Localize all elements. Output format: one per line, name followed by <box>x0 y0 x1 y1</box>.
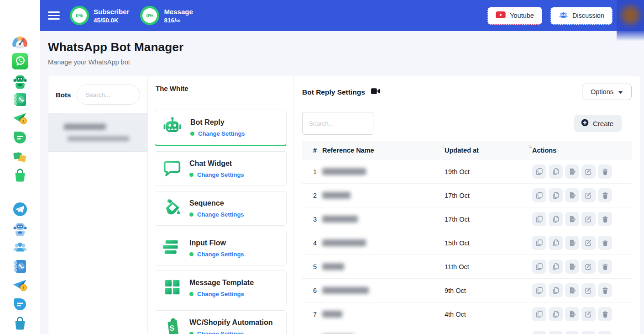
setting-card-chat-widget[interactable]: Chat Widget Change Settings <box>155 151 287 186</box>
create-button[interactable]: Create <box>574 115 622 132</box>
copy-icon[interactable] <box>532 164 546 179</box>
setting-card-bot-reply[interactable]: Bot Reply Change Settings <box>155 110 287 146</box>
svg-text:1: 1 <box>22 119 24 123</box>
change-settings-link[interactable]: Change Settings <box>198 130 245 137</box>
export-icon[interactable] <box>565 283 579 297</box>
dashboard-gauge-icon[interactable] <box>11 34 28 51</box>
copy-icon[interactable] <box>532 260 546 274</box>
duplicate-icon[interactable] <box>549 236 563 250</box>
export-icon[interactable] <box>565 212 579 226</box>
row-actions <box>532 212 632 226</box>
row-number: 2 <box>302 192 322 199</box>
copy-icon[interactable] <box>532 188 546 202</box>
updated-at-cell: 19th Oct <box>445 168 532 175</box>
trash-icon[interactable] <box>598 260 612 274</box>
updated-at-cell: 17th Oct <box>445 216 532 223</box>
reference-name-redacted <box>322 192 351 199</box>
duplicate-icon[interactable] <box>549 307 563 321</box>
subscriber-stat: 0% Subscriber 45/50.0K <box>70 6 129 25</box>
row-actions <box>532 236 632 250</box>
duplicate-icon[interactable] <box>549 212 563 226</box>
edit-icon[interactable] <box>581 283 596 297</box>
trash-icon[interactable] <box>598 236 612 250</box>
robot-icon <box>162 116 183 139</box>
video-camera-icon[interactable] <box>371 88 380 96</box>
sidebar-item-telegram-chat[interactable] <box>11 296 28 313</box>
edit-icon[interactable] <box>581 188 596 202</box>
replies-search-input[interactable] <box>302 112 373 135</box>
edit-icon[interactable] <box>581 212 596 226</box>
change-settings-link[interactable]: Change Settings <box>197 330 244 334</box>
youtube-button[interactable]: Youtube <box>487 7 542 25</box>
sidebar-item-whatsapp-bot[interactable] <box>11 72 28 89</box>
edit-icon[interactable] <box>581 236 596 250</box>
bots-search-input[interactable] <box>77 85 140 105</box>
copy-icon[interactable] <box>532 212 546 226</box>
options-dropdown-button[interactable]: Options <box>582 84 632 100</box>
sidebar-item-whatsapp-integrations[interactable] <box>11 148 28 165</box>
duplicate-icon[interactable] <box>549 188 563 202</box>
trash-icon[interactable] <box>598 331 612 334</box>
sidebar-item-telegram-contacts[interactable] <box>11 258 28 275</box>
setting-card-message-template[interactable]: Message Template Change Settings <box>155 270 287 305</box>
export-icon[interactable] <box>565 260 579 274</box>
sidebar-item-telegram-group[interactable] <box>11 239 28 256</box>
change-settings-link[interactable]: Change Settings <box>197 251 244 258</box>
reference-name-redacted <box>322 168 366 175</box>
setting-title: WC/Shopify Automation <box>189 318 273 327</box>
discussion-button[interactable]: Discussion <box>550 7 613 25</box>
sidebar-item-whatsapp-contacts[interactable] <box>11 91 28 108</box>
sidebar-item-whatsapp-shop[interactable] <box>11 167 28 184</box>
edit-icon[interactable] <box>581 260 596 274</box>
setting-card-wc-shopify[interactable]: S WC/Shopify Automation Change Settings <box>155 310 287 334</box>
edit-icon[interactable] <box>581 164 596 179</box>
bot-list-item-selected[interactable] <box>48 113 147 152</box>
setting-title: Sequence <box>189 199 244 207</box>
export-icon[interactable] <box>565 188 579 202</box>
sidebar-item-whatsapp-chat[interactable] <box>11 129 28 146</box>
trash-icon[interactable] <box>598 307 612 321</box>
sidebar-item-telegram-broadcast[interactable]: 1 <box>11 277 28 294</box>
setting-title: Message Template <box>189 279 254 287</box>
col-reference-name[interactable]: Reference Name ↑↓ <box>322 147 445 154</box>
menu-toggle-icon[interactable] <box>48 11 60 20</box>
trash-icon[interactable] <box>598 212 612 226</box>
setting-card-input-flow[interactable]: Input Flow Change Settings <box>155 231 287 265</box>
page-subtitle: Manage your WhatsApp bot <box>48 58 640 66</box>
duplicate-icon[interactable] <box>549 260 563 274</box>
table-row: 4 15th Oct <box>302 231 632 255</box>
export-icon[interactable] <box>565 307 579 321</box>
col-updated-at[interactable]: Updated at ↑↓ <box>445 147 532 154</box>
duplicate-icon[interactable] <box>549 331 563 334</box>
copy-icon[interactable] <box>532 307 546 321</box>
sidebar-item-whatsapp-broadcast[interactable]: 1 <box>11 110 28 127</box>
sidebar-item-telegram-shop[interactable] <box>11 315 28 332</box>
sort-icon-active[interactable]: ↑↓ <box>529 143 532 149</box>
avatar[interactable] <box>621 6 639 24</box>
copy-icon[interactable] <box>532 283 546 297</box>
copy-icon[interactable] <box>532 236 546 250</box>
sidebar-item-telegram[interactable] <box>11 201 28 217</box>
profile-menu[interactable] <box>617 0 644 41</box>
edit-icon[interactable] <box>581 307 596 321</box>
trash-icon[interactable] <box>598 188 612 202</box>
trash-icon[interactable] <box>598 164 612 179</box>
youtube-icon <box>496 11 506 20</box>
row-actions <box>532 307 632 321</box>
change-settings-link[interactable]: Change Settings <box>197 171 244 178</box>
discussion-users-icon <box>559 11 568 20</box>
change-settings-link[interactable]: Change Settings <box>197 211 244 218</box>
duplicate-icon[interactable] <box>549 283 563 297</box>
change-settings-link[interactable]: Change Settings <box>197 291 244 297</box>
edit-icon[interactable] <box>581 331 596 334</box>
sidebar-item-whatsapp[interactable] <box>11 53 28 70</box>
setting-card-sequence[interactable]: Sequence Change Settings <box>155 191 287 226</box>
sidebar-item-telegram-bot[interactable] <box>11 220 28 237</box>
trash-icon[interactable] <box>598 283 612 297</box>
sort-icon[interactable]: ↑↓ <box>441 143 444 149</box>
export-icon[interactable] <box>565 164 579 179</box>
export-icon[interactable] <box>565 331 579 334</box>
duplicate-icon[interactable] <box>549 164 563 179</box>
export-icon[interactable] <box>565 236 579 250</box>
copy-icon[interactable] <box>532 331 546 334</box>
